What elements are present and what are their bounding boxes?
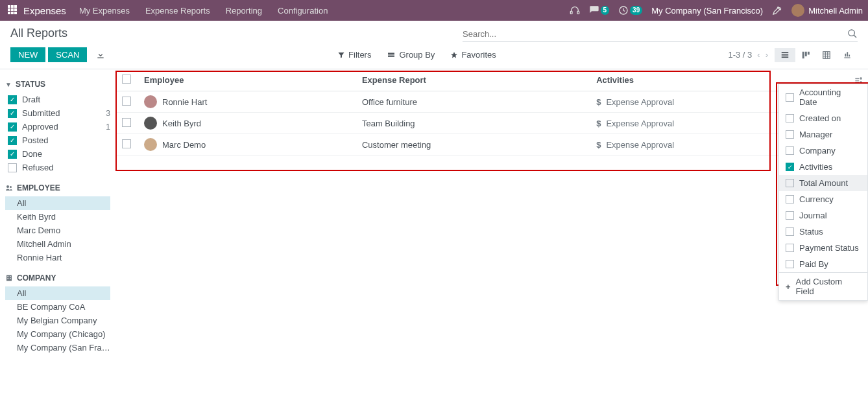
facet-status-title: STATUS [16,80,45,89]
svg-rect-17 [10,278,11,279]
row-checkbox[interactable] [122,118,131,127]
employee-marc-demo[interactable]: Marc Demo [5,224,110,237]
field-option-accounting-date[interactable]: Accounting Date [779,84,867,110]
field-option-journal[interactable]: Journal [779,207,867,224]
field-label: Payment Status [799,243,859,253]
field-option-created-on[interactable]: Created on [779,110,867,126]
control-panel: All Reports NEW SCAN Filters Group By [0,21,868,69]
scan-button[interactable]: SCAN [48,47,87,62]
search-input[interactable] [463,29,847,39]
employee-name: Ronnie Hart [162,97,207,107]
apps-icon[interactable] [8,5,18,16]
page-title: All Reports [10,27,67,40]
col-report[interactable]: Expense Report [356,69,590,91]
field-option-payment-status[interactable]: Payment Status [779,240,867,256]
table-row[interactable]: Ronnie HartOffice furniture$Expense Appr… [115,91,868,113]
col-employee[interactable]: Employee [138,69,356,91]
svg-point-18 [860,78,862,79]
status-count: 1 [106,122,110,132]
company-item[interactable]: My Company (Chicago) [5,327,110,341]
company-selector[interactable]: My Company (San Francisco) [651,6,763,16]
messages-icon[interactable]: 5 [589,5,610,16]
add-custom-field[interactable]: + Add Custom Field [779,273,867,300]
field-option-company[interactable]: Company [779,143,867,159]
app-brand[interactable]: Expenses [23,5,66,16]
company-item[interactable]: My Company (San Franc... [5,341,110,354]
status-approved[interactable]: ✓Approved1 [5,120,110,133]
facet-employee-header[interactable]: EMPLOYEE [5,183,110,192]
user-menu[interactable]: Mitchell Admin [791,4,863,17]
status-submitted[interactable]: ✓Submitted3 [5,106,110,120]
table-row[interactable]: Marc DemoCustomer meeting$Expense Approv… [115,134,868,156]
optional-fields-panel: Accounting DateCreated onManagerCompany✓… [778,84,868,301]
svg-rect-0 [570,11,572,14]
status-label: Submitted [22,108,60,118]
search-bar[interactable] [463,26,858,42]
status-draft[interactable]: ✓Draft [5,93,110,106]
row-checkbox[interactable] [122,97,131,106]
svg-rect-9 [808,51,810,54]
dollar-icon: $ [596,140,601,150]
field-option-total-amount[interactable]: Total Amount [779,175,867,191]
pager-next[interactable]: › [766,50,768,60]
field-option-status[interactable]: Status [779,224,867,240]
dollar-icon: $ [596,97,601,107]
checkbox-icon [786,260,794,268]
activities-icon[interactable]: 39 [618,5,642,16]
company-item[interactable]: My Belgian Company [5,314,110,327]
favorites-button[interactable]: Favorites [450,50,496,60]
status-label: Draft [22,95,40,104]
nav-expense-reports[interactable]: Expense Reports [145,6,210,16]
headset-icon[interactable] [570,5,580,16]
groupby-button[interactable]: Group By [387,50,435,60]
pager-prev[interactable]: ‹ [757,50,760,60]
nav-configuration[interactable]: Configuration [278,6,328,16]
search-icon[interactable] [847,29,858,39]
report-table: Employee Expense Report Activities Ronni… [115,69,868,156]
debug-icon[interactable] [772,5,782,16]
company-item[interactable]: All [5,286,110,300]
checkbox-icon: ✓ [8,150,17,159]
svg-point-11 [6,185,9,188]
employee-ronnie-hart[interactable]: Ronnie Hart [5,251,110,264]
field-option-currency[interactable]: Currency [779,191,867,207]
view-graph-icon[interactable] [837,48,858,62]
employee-name: Marc Demo [162,140,206,150]
view-pivot-icon[interactable] [816,48,837,62]
select-all-checkbox[interactable] [122,75,131,84]
nav-reporting[interactable]: Reporting [226,6,262,16]
employee-all[interactable]: All [5,196,110,210]
field-option-activities[interactable]: ✓Activities [779,159,867,175]
field-label: Activities [799,162,832,172]
field-option-manager[interactable]: Manager [779,126,867,143]
avatar [791,4,804,17]
table-row[interactable]: Keith ByrdTeam Building$Expense Approval [115,113,868,134]
svg-rect-10 [823,51,830,58]
status-refused[interactable]: Refused [5,161,110,174]
checkbox-icon [786,195,794,203]
company-item[interactable]: BE Company CoA [5,300,110,314]
row-checkbox[interactable] [122,139,131,148]
view-list-icon[interactable] [775,48,795,62]
top-navbar: Expenses My Expenses Expense Reports Rep… [0,0,868,21]
facet-company-header[interactable]: COMPANY [5,273,110,283]
nav-my-expenses[interactable]: My Expenses [79,6,130,16]
checkbox-icon: ✓ [8,95,17,104]
svg-rect-6 [782,56,789,58]
checkbox-icon [786,93,794,102]
facet-status-header[interactable]: ▼STATUS [5,80,110,89]
employee-keith-byrd[interactable]: Keith Byrd [5,210,110,224]
field-option-paid-by[interactable]: Paid By [779,256,867,272]
status-posted[interactable]: ✓Posted [5,133,110,147]
svg-rect-5 [782,54,789,55]
checkbox-icon [8,163,17,172]
groupby-label: Group By [399,50,435,60]
status-done[interactable]: ✓Done [5,147,110,161]
svg-rect-15 [10,276,11,277]
employee-mitchell-admin[interactable]: Mitchell Admin [5,237,110,251]
view-kanban-icon[interactable] [795,48,816,62]
filters-button[interactable]: Filters [337,50,371,60]
download-icon[interactable] [96,51,105,60]
new-button[interactable]: NEW [10,47,45,62]
pager-range: 1-3 / 3 [728,50,752,60]
